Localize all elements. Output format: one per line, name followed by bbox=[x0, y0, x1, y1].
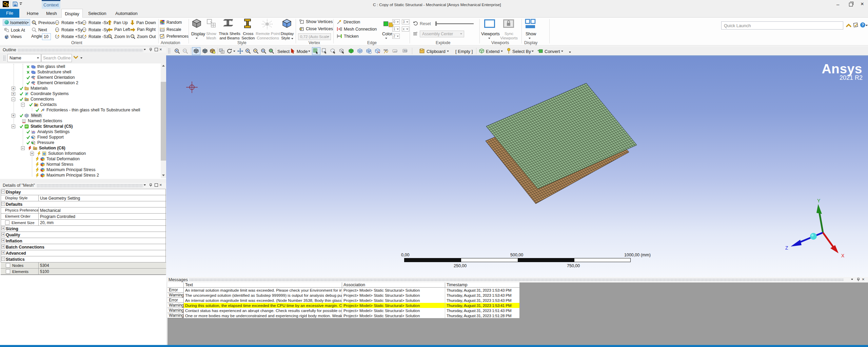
svg-text:X: X bbox=[841, 253, 845, 258]
svg-text:Abc: Abc bbox=[403, 50, 408, 52]
svg-text:Y: Y bbox=[817, 198, 821, 203]
svg-text:Z: Z bbox=[785, 245, 788, 251]
svg-text:100: 100 bbox=[393, 50, 397, 52]
